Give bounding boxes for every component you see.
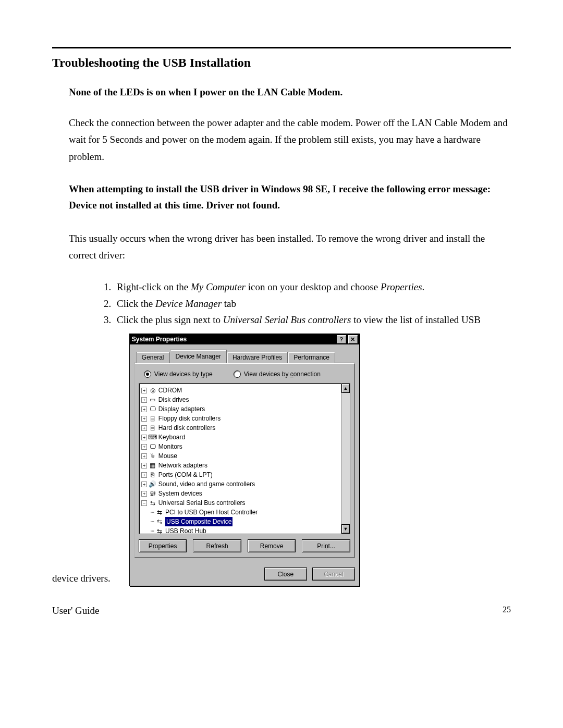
titlebar[interactable]: System Properties ? ✕ [130, 334, 359, 344]
tree-item-label: Display adapters [158, 404, 205, 414]
step-3-text-b: to view the list of installed USB [351, 314, 481, 325]
radio-by-connection[interactable]: View devices by connection [234, 371, 321, 378]
usb-host-icon: ⇆ [156, 509, 163, 516]
step-1-text-a: Right-click on the [117, 281, 191, 292]
tree-item[interactable]: +▦Network adapters [141, 461, 348, 470]
tree-item[interactable]: +⌸Floppy disk controllers [141, 414, 348, 423]
close-button[interactable]: ✕ [348, 335, 358, 344]
tree-item[interactable]: +⌨Keyboard [141, 433, 348, 442]
disk-icon: ▭ [149, 396, 156, 403]
cancel-dialog-button[interactable]: Cancel [312, 567, 355, 581]
tree-item[interactable]: +▭Disk drives [141, 395, 348, 404]
expand-toggle-icon[interactable]: + [141, 463, 147, 468]
tree-item[interactable]: ⋯⇆USB Composite Device [141, 517, 348, 526]
question-2-body: This usually occurs when the wrong drive… [52, 230, 511, 264]
tree-item-label: Sound, video and game controllers [158, 479, 255, 489]
tree-item[interactable]: ⋯⇆PCI to USB Open Host Controller [141, 508, 348, 517]
tree-item[interactable]: +🖰Mouse [141, 451, 348, 461]
ports-icon: ⎘ [149, 471, 156, 478]
question-1-body: Check the connection between the power a… [52, 115, 511, 165]
mouse-icon: 🖰 [149, 452, 156, 460]
tree-item[interactable]: +⎘Ports (COM & LPT) [141, 470, 348, 479]
page-footer: User' Guide 25 [52, 586, 511, 616]
expand-toggle-icon[interactable]: + [141, 444, 147, 450]
tree-item-label: PCI to USB Open Host Controller [165, 508, 258, 517]
step-2-text-b: tab [222, 298, 236, 309]
device-manager-panel: View devices by type View devices by con… [134, 363, 355, 558]
close-dialog-button[interactable]: Close [264, 567, 307, 581]
scroll-up-button[interactable]: ▲ [341, 384, 350, 393]
tree-item-label: Floppy disk controllers [158, 414, 221, 423]
step-2-italic: Device Manager [155, 298, 222, 309]
scroll-down-button[interactable]: ▼ [341, 524, 350, 534]
tree-item[interactable]: +🖳System devices [141, 489, 348, 498]
tree-item-label: Network adapters [158, 461, 207, 470]
expand-toggle-icon[interactable]: + [141, 397, 147, 403]
help-button[interactable]: ? [336, 335, 347, 344]
step-1-text-b: icon on your desktop and choose [246, 281, 381, 292]
tree-item[interactable]: +🖵Monitors [141, 442, 348, 451]
tree-item-label: CDROM [158, 386, 182, 395]
step-1-italic-1: My Computer [191, 281, 246, 292]
tree-item-label: Mouse [158, 451, 177, 461]
radio-dot-icon [144, 371, 151, 378]
tree-item[interactable]: +🖵Display adapters [141, 404, 348, 414]
tab-device-manager[interactable]: Device Manager [170, 350, 227, 363]
tree-connector-icon: ⋯ [151, 517, 154, 526]
footer-left: User' Guide [52, 605, 99, 616]
tree-connector-icon: ⋯ [151, 508, 154, 517]
refresh-button[interactable]: Refresh [193, 539, 241, 552]
expand-toggle-icon[interactable]: + [141, 416, 147, 422]
expand-toggle-icon[interactable]: + [141, 453, 147, 459]
properties-button[interactable]: Properties [139, 539, 187, 552]
scrollbar[interactable]: ▲ ▼ [341, 384, 350, 534]
hdd-icon: ⌸ [149, 424, 156, 431]
tree-item[interactable]: +🔊Sound, video and game controllers [141, 479, 348, 489]
radio-by-connection-label: View devices by connection [244, 371, 321, 378]
remove-button[interactable]: Remove [248, 539, 296, 552]
expand-toggle-icon[interactable]: + [141, 425, 147, 431]
radio-by-type[interactable]: View devices by type [144, 371, 213, 378]
radio-by-type-label: View devices by type [154, 371, 213, 378]
step-3-text-a: Click the plus sign next to [117, 314, 223, 325]
tab-performance[interactable]: Performance [288, 352, 335, 363]
tree-item-label: System devices [158, 489, 202, 498]
page-number: 25 [503, 605, 511, 616]
steps-list: Right-click on the My Computer icon on y… [52, 279, 511, 327]
usb-composite-icon: ⇆ [156, 518, 163, 525]
tree-item-label: Universal Serial Bus controllers [158, 498, 246, 508]
tree-item-label: Disk drives [158, 395, 189, 404]
monitor-icon: 🖵 [149, 443, 156, 450]
expand-toggle-icon[interactable]: + [141, 435, 147, 440]
usb-hub-icon: ⇆ [156, 527, 163, 534]
expand-toggle-icon[interactable]: + [141, 388, 147, 393]
tab-general[interactable]: General [136, 352, 170, 363]
expand-toggle-icon[interactable]: + [141, 406, 147, 412]
print-button[interactable]: Print... [302, 539, 350, 552]
tree-item-label: Keyboard [158, 433, 185, 442]
step-2-text-a: Click the [117, 298, 155, 309]
expand-toggle-icon[interactable]: + [141, 491, 147, 497]
tree-item[interactable]: +◎CDROM [141, 386, 348, 395]
display-icon: 🖵 [149, 405, 156, 413]
tab-hardware-profiles[interactable]: Hardware Profiles [227, 352, 288, 363]
expand-toggle-icon[interactable]: − [141, 500, 147, 506]
tree-item-label: USB Root Hub [165, 526, 206, 534]
step-1-italic-2: Properties [381, 281, 422, 292]
trailing-text: device drivers. [52, 573, 111, 584]
radio-dot-icon [234, 371, 241, 378]
device-tree[interactable]: +◎CDROM+▭Disk drives+🖵Display adapters+⌸… [139, 383, 350, 534]
system-properties-dialog: System Properties ? ✕ General Device Man… [129, 334, 360, 586]
tree-item-label: Monitors [158, 442, 182, 451]
expand-toggle-icon[interactable]: + [141, 482, 147, 487]
step-1: Right-click on the My Computer icon on y… [114, 279, 511, 294]
expand-toggle-icon[interactable]: + [141, 472, 147, 478]
tree-item[interactable]: −⇆Universal Serial Bus controllers [141, 498, 348, 508]
tree-item[interactable]: +⌸Hard disk controllers [141, 423, 348, 433]
section-heading: Troubleshooting the USB Installation [52, 56, 511, 70]
tab-strip: General Device Manager Hardware Profiles… [136, 350, 355, 363]
step-1-text-c: . [422, 281, 425, 292]
sound-icon: 🔊 [149, 480, 156, 488]
tree-item[interactable]: ⋯⇆USB Root Hub [141, 526, 348, 534]
system-icon: 🖳 [149, 490, 156, 497]
